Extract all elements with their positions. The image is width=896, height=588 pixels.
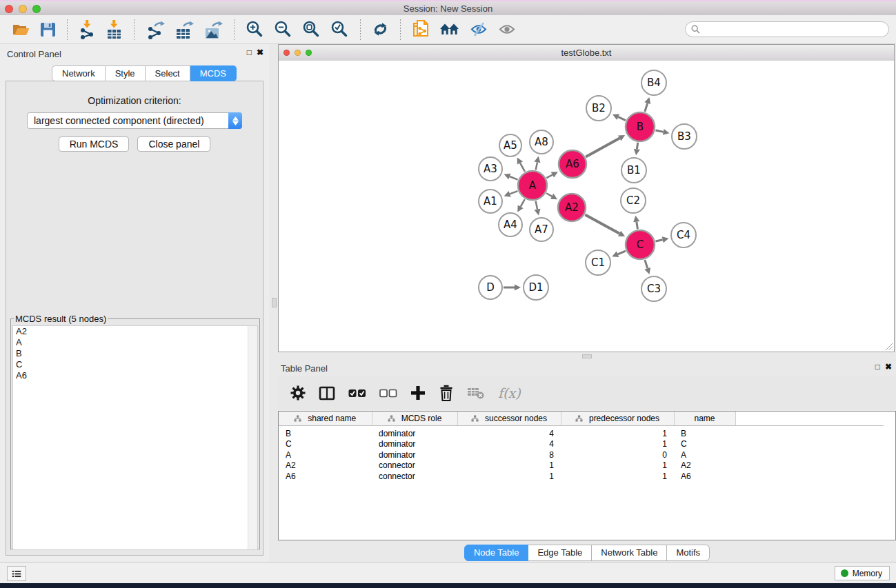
select-all-button[interactable] bbox=[347, 386, 368, 400]
float-panel-icon[interactable]: □ bbox=[875, 363, 880, 371]
tab-network-table[interactable]: Network Table bbox=[592, 545, 667, 561]
zoom-in-button[interactable] bbox=[244, 19, 266, 40]
delete-column-button[interactable] bbox=[437, 383, 455, 403]
table-cell[interactable]: connector bbox=[372, 460, 457, 472]
table-cell[interactable]: dominator bbox=[372, 439, 457, 450]
column-header-predecessor-nodes[interactable]: predecessor nodes bbox=[561, 412, 674, 426]
graph-edge-A-A5[interactable] bbox=[520, 163, 525, 171]
tab-mcds[interactable]: MCDS bbox=[190, 65, 237, 81]
table-cell[interactable]: 1 bbox=[561, 471, 674, 482]
table-row[interactable]: A6connector11A6 bbox=[279, 471, 884, 482]
column-header-mcds-role[interactable]: MCDS role bbox=[372, 412, 457, 426]
table-cell[interactable]: dominator bbox=[372, 449, 457, 460]
graph-edge-B-B4[interactable] bbox=[645, 103, 648, 112]
network-window-titlebar[interactable]: testGlobe.txt bbox=[279, 45, 894, 61]
table-cell[interactable]: A6 bbox=[279, 471, 372, 482]
table-cell[interactable]: A2 bbox=[279, 460, 372, 472]
column-header-name[interactable]: name bbox=[674, 412, 735, 426]
network-file-button[interactable] bbox=[410, 18, 431, 41]
graph-edge-C-C4[interactable] bbox=[655, 240, 662, 241]
tab-network[interactable]: Network bbox=[52, 65, 106, 81]
mcds-result-item[interactable]: A2 bbox=[13, 326, 257, 337]
import-table-button[interactable] bbox=[104, 19, 124, 41]
tab-node-table[interactable]: Node Table bbox=[464, 545, 529, 561]
table-cell[interactable]: 1 bbox=[561, 460, 674, 472]
show-columns-button[interactable] bbox=[317, 385, 337, 402]
export-table-button[interactable] bbox=[173, 19, 195, 41]
mcds-result-list[interactable]: A2ABCA6 bbox=[12, 325, 258, 550]
open-session-button[interactable] bbox=[10, 21, 32, 39]
refresh-button[interactable] bbox=[370, 19, 390, 39]
mcds-result-item[interactable]: A bbox=[13, 337, 257, 348]
add-column-button[interactable] bbox=[409, 384, 427, 402]
table-cell[interactable]: A bbox=[279, 449, 372, 460]
mcds-result-item[interactable]: C bbox=[13, 359, 257, 370]
hide-graphics-button[interactable] bbox=[468, 20, 490, 39]
result-scrollbar[interactable] bbox=[248, 326, 257, 549]
graph-edge-A-A2[interactable] bbox=[546, 193, 552, 196]
tab-select[interactable]: Select bbox=[146, 65, 190, 81]
close-panel-button[interactable]: Close panel bbox=[137, 136, 210, 152]
float-panel-icon[interactable]: □ bbox=[247, 48, 252, 57]
tab-motifs[interactable]: Motifs bbox=[667, 545, 710, 561]
column-header-shared-name[interactable]: shared name bbox=[279, 412, 372, 426]
table-cell[interactable]: 0 bbox=[561, 449, 674, 460]
function-builder-button[interactable]: f(x) bbox=[497, 384, 522, 402]
table-cell[interactable]: dominator bbox=[372, 426, 457, 439]
search-field[interactable] bbox=[685, 21, 889, 37]
task-history-button[interactable] bbox=[7, 566, 26, 581]
show-graphics-button[interactable] bbox=[497, 20, 518, 39]
zoom-out-button[interactable] bbox=[272, 19, 294, 40]
save-session-button[interactable] bbox=[39, 21, 57, 39]
tab-style[interactable]: Style bbox=[106, 65, 146, 81]
table-row[interactable]: Cdominator41C bbox=[279, 439, 884, 450]
table-cell[interactable]: 8 bbox=[457, 449, 561, 460]
graph-edge-A-A6[interactable] bbox=[546, 175, 552, 179]
table-cell[interactable]: 1 bbox=[457, 460, 561, 472]
graph-edge-A6-B[interactable] bbox=[586, 138, 619, 156]
table-cell[interactable]: 1 bbox=[457, 471, 561, 482]
graph-edge-A-A3[interactable] bbox=[510, 176, 518, 180]
mcds-result-item[interactable]: B bbox=[13, 348, 257, 359]
vertical-splitter-handle[interactable] bbox=[272, 298, 277, 307]
graph-edge-A-A1[interactable] bbox=[510, 191, 517, 194]
graph-edge-B-B3[interactable] bbox=[655, 130, 663, 132]
table-cell[interactable]: 4 bbox=[457, 426, 561, 439]
table-cell[interactable]: B bbox=[674, 426, 735, 439]
resize-grip-icon[interactable] bbox=[884, 342, 893, 351]
table-row[interactable]: Bdominator41B bbox=[279, 426, 884, 439]
search-input[interactable] bbox=[704, 23, 888, 35]
graph-edge-A-A8[interactable] bbox=[536, 162, 537, 170]
graph-edge-C-C2[interactable] bbox=[637, 222, 638, 230]
graph-edge-A-A4[interactable] bbox=[521, 199, 525, 207]
zoom-fit-button[interactable] bbox=[301, 19, 322, 40]
table-cell[interactable]: A2 bbox=[674, 460, 735, 472]
table-cell[interactable]: 1 bbox=[561, 439, 674, 450]
delete-table-button[interactable] bbox=[466, 385, 486, 401]
memory-button[interactable]: Memory bbox=[835, 566, 890, 580]
table-cell[interactable]: A bbox=[674, 449, 735, 460]
graph-edge-B-B2[interactable] bbox=[618, 117, 626, 121]
table-settings-button[interactable] bbox=[289, 384, 307, 402]
zoom-selected-button[interactable] bbox=[329, 19, 350, 40]
table-cell[interactable]: A6 bbox=[674, 471, 735, 482]
table-row[interactable]: Adominator80A bbox=[279, 449, 884, 460]
import-network-button[interactable] bbox=[77, 19, 97, 41]
table-cell[interactable]: B bbox=[279, 426, 372, 439]
graph-edge-C-C1[interactable] bbox=[618, 251, 626, 254]
table-cell[interactable]: 1 bbox=[561, 426, 674, 439]
close-panel-icon[interactable]: ✖ bbox=[257, 48, 263, 57]
export-network-button[interactable] bbox=[144, 19, 166, 41]
home-button[interactable] bbox=[438, 21, 461, 39]
criterion-dropdown[interactable]: largest connected component (directed) bbox=[27, 112, 242, 129]
close-panel-icon[interactable]: ✖ bbox=[885, 363, 892, 371]
graph-edge-A2-C[interactable] bbox=[585, 215, 619, 234]
mcds-result-item[interactable]: A6 bbox=[13, 370, 257, 381]
export-image-button[interactable] bbox=[202, 19, 224, 41]
column-header-successor-nodes[interactable]: successor nodes bbox=[457, 412, 561, 426]
deselect-all-button[interactable] bbox=[378, 386, 399, 400]
table-cell[interactable]: connector bbox=[372, 471, 457, 482]
table-cell[interactable]: 4 bbox=[457, 439, 561, 450]
graph-edge-C-C3[interactable] bbox=[645, 260, 648, 268]
graph-edge-B-B1[interactable] bbox=[637, 143, 637, 150]
